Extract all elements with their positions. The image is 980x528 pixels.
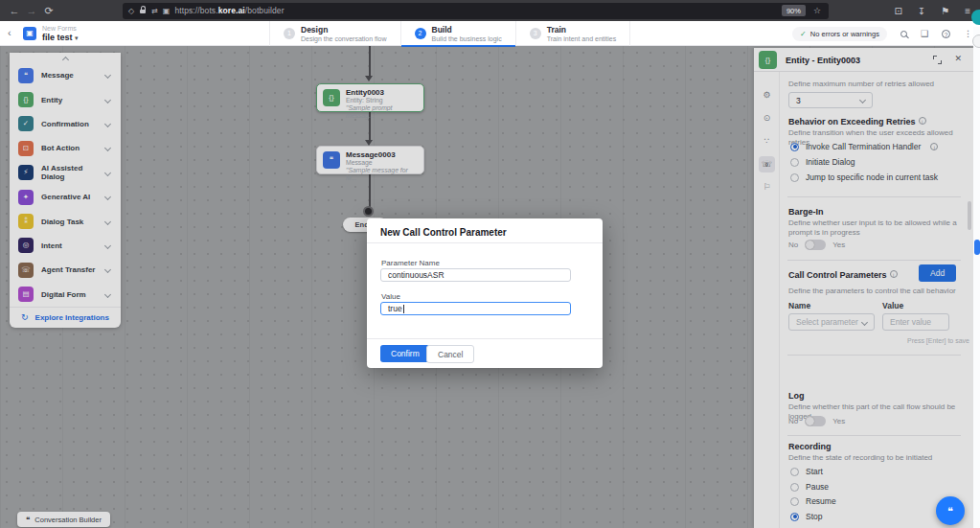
kebab-menu-icon[interactable]: ⋮ — [964, 29, 972, 38]
app-logo-icon: ▣ — [23, 27, 36, 40]
cancel-button[interactable]: Cancel — [426, 345, 474, 363]
flow-canvas[interactable]: ❝ Message {} Entity ✓ Confirmation ⊡ Bot… — [0, 46, 980, 528]
bookmark-star-icon[interactable]: ☆ — [813, 6, 821, 15]
extensions-icon[interactable]: ⊡ — [894, 6, 901, 16]
menu-icon[interactable]: ≡ — [965, 6, 970, 16]
status-badge: ✓ No errors or warnings — [792, 27, 887, 41]
pip-icon[interactable]: ▣ — [163, 7, 171, 15]
widget-handle[interactable] — [974, 240, 980, 255]
browser-forward-button[interactable]: → — [23, 5, 40, 16]
value-input[interactable]: true — [380, 302, 571, 315]
tab-design[interactable]: 1 Design Design the conversation flow — [269, 21, 400, 46]
parameter-name-label: Parameter Name — [381, 259, 440, 267]
confirm-button[interactable]: Confirm — [380, 345, 430, 362]
value-label: Value — [381, 292, 400, 301]
status-text: No errors or warnings — [810, 30, 879, 38]
stage-tabs: 1 Design Design the conversation flow 2 … — [269, 21, 630, 46]
project-name-dropdown[interactable]: file test ▾ — [42, 33, 79, 42]
app-header: ‹ ▣ New Forms file test ▾ 1 Design Desig… — [0, 21, 980, 46]
tab-build-number: 2 — [415, 28, 426, 39]
project-group-label: New Forms — [42, 25, 77, 32]
shield-icon[interactable]: ◇ — [128, 7, 134, 15]
check-circle-icon: ✓ — [800, 30, 807, 38]
library-icon[interactable]: ⚑ — [941, 6, 949, 16]
tab-train-subtitle: Train intent and entities — [547, 34, 617, 43]
tab-design-subtitle: Design the conversation flow — [301, 34, 387, 43]
widget-circle-button[interactable] — [972, 34, 980, 48]
assistant-avatar[interactable] — [971, 10, 980, 25]
help-icon[interactable]: ? — [942, 30, 950, 38]
tab-build-label: Build — [432, 25, 502, 34]
browser-reload-button[interactable]: ⟳ — [40, 5, 57, 17]
lock-icon — [140, 10, 146, 14]
zoom-level-badge[interactable]: 90% — [782, 5, 806, 16]
back-chevron[interactable]: ‹ — [8, 27, 11, 38]
browser-chrome: ← → ⟳ ◇ ⇄ ▣ https://bots.kore.ai/botbuil… — [0, 0, 980, 21]
tab-build[interactable]: 2 Build Build the business logic — [400, 21, 515, 46]
help-chat-fab[interactable]: ❝ — [936, 496, 965, 525]
modal-title: New Call Control Parameter — [380, 227, 507, 238]
page: ← → ⟳ ◇ ⇄ ▣ https://bots.kore.ai/botbuil… — [0, 0, 980, 528]
downloads-icon[interactable]: ↧ — [918, 6, 925, 16]
tab-train[interactable]: 3 Train Train intent and entities — [515, 21, 631, 46]
tab-build-subtitle: Build the business logic — [432, 34, 502, 43]
container-tabs-icon[interactable]: ⇄ — [151, 7, 158, 15]
search-icon[interactable] — [900, 31, 907, 37]
tab-train-label: Train — [547, 25, 617, 34]
tab-design-number: 1 — [284, 28, 295, 39]
url-text: https://bots.kore.ai/botbuilder — [174, 6, 284, 15]
new-call-control-parameter-modal: New Call Control Parameter Parameter Nam… — [367, 218, 603, 368]
url-bar[interactable]: ◇ ⇄ ▣ https://bots.kore.ai/botbuilder 90… — [123, 3, 829, 19]
feedback-icon[interactable]: ❑ — [921, 29, 928, 38]
docked-widget-strip — [973, 27, 980, 528]
tab-train-number: 3 — [530, 28, 541, 39]
browser-back-button[interactable]: ← — [6, 5, 23, 16]
parameter-name-input[interactable]: continuousASR — [380, 268, 571, 282]
tab-design-label: Design — [301, 25, 387, 34]
text-cursor — [403, 305, 404, 313]
